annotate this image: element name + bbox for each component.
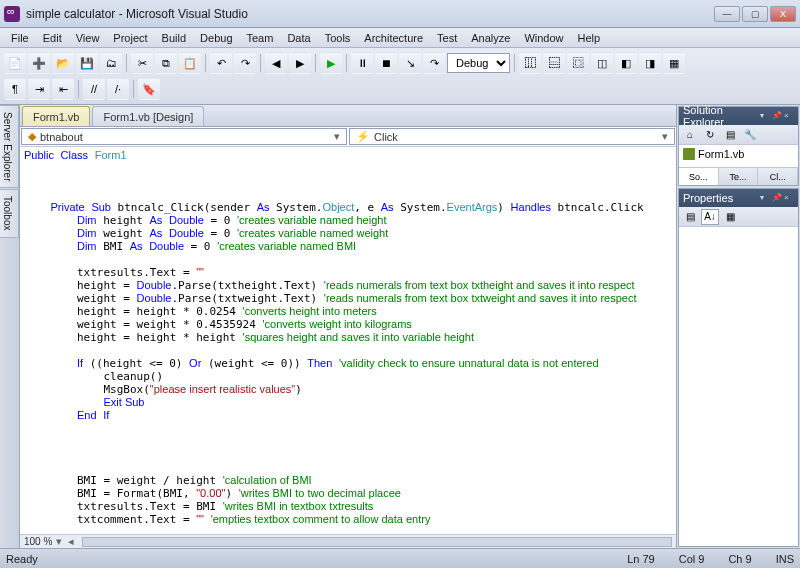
misc-button-2[interactable]: ⿳: [543, 52, 565, 74]
add-item-button[interactable]: ➕: [28, 52, 50, 74]
h-scrollbar[interactable]: [82, 537, 672, 547]
config-combo[interactable]: Debug: [447, 53, 510, 73]
step-over-button[interactable]: ↷: [423, 52, 445, 74]
main-area: Server ExplorerToolbox Form1.vbForm1.vb …: [0, 105, 800, 548]
solution-explorer-header[interactable]: Solution Explorer ▾📌×: [679, 107, 798, 125]
properties-header[interactable]: Properties ▾📌×: [679, 189, 798, 207]
menu-tools[interactable]: Tools: [318, 30, 358, 46]
save-button[interactable]: 💾: [76, 52, 98, 74]
status-bar: Ready Ln 79 Col 9 Ch 9 INS: [0, 548, 800, 568]
side-tab-toolbox[interactable]: Toolbox: [0, 189, 19, 237]
stop-button[interactable]: ⏹: [375, 52, 397, 74]
new-project-button[interactable]: 📄: [4, 52, 26, 74]
menu-team[interactable]: Team: [240, 30, 281, 46]
misc-button-3[interactable]: ⿴: [567, 52, 589, 74]
code-editor[interactable]: Public Class Form1 Private Sub btncalc_C…: [20, 147, 676, 534]
open-button[interactable]: 📂: [52, 52, 74, 74]
show-all-icon[interactable]: ▤: [721, 127, 739, 143]
alpha-sort-icon[interactable]: A↓: [701, 209, 719, 225]
mini-tab[interactable]: Te...: [719, 168, 759, 185]
zoom-level[interactable]: 100 %: [24, 536, 52, 547]
method-combo-text: Click: [374, 131, 398, 143]
menu-architecture[interactable]: Architecture: [357, 30, 430, 46]
window-title: simple calculator - Microsoft Visual Stu…: [26, 7, 248, 21]
pin-icon[interactable]: 📌: [772, 193, 782, 203]
tree-item[interactable]: Form1.vb: [681, 147, 796, 161]
editor-footer: 100 % ▾ ◂: [20, 534, 676, 548]
save-all-button[interactable]: 🗂: [100, 52, 122, 74]
menu-file[interactable]: File: [4, 30, 36, 46]
menu-analyze[interactable]: Analyze: [464, 30, 517, 46]
menu-view[interactable]: View: [69, 30, 107, 46]
solution-toolbar: ⌂ ↻ ▤ 🔧: [679, 125, 798, 145]
uncomment-button[interactable]: /·: [107, 78, 129, 100]
indent-button[interactable]: ⇥: [28, 78, 50, 100]
break-button[interactable]: ⏸: [351, 52, 373, 74]
doc-tab[interactable]: Form1.vb [Design]: [92, 106, 204, 126]
step-into-button[interactable]: ↘: [399, 52, 421, 74]
zoom-chevron-icon[interactable]: ▾: [56, 535, 62, 548]
editor-area: Form1.vbForm1.vb [Design] ◆ btnabout ▾ ⚡…: [20, 105, 676, 548]
redo-button[interactable]: ↷: [234, 52, 256, 74]
solution-explorer-panel: Solution Explorer ▾📌× ⌂ ↻ ▤ 🔧 Form1.vb S…: [678, 106, 799, 186]
minimize-button[interactable]: —: [714, 6, 740, 22]
nav-back-button[interactable]: ◀: [265, 52, 287, 74]
scroll-left-icon[interactable]: ◂: [68, 535, 74, 548]
side-tab-server-explorer[interactable]: Server Explorer: [0, 105, 19, 188]
member-nav-row: ◆ btnabout ▾ ⚡ Click ▾: [20, 127, 676, 147]
doc-tab[interactable]: Form1.vb: [22, 106, 90, 126]
paste-button[interactable]: 📋: [179, 52, 201, 74]
menu-debug[interactable]: Debug: [193, 30, 239, 46]
maximize-button[interactable]: ▢: [742, 6, 768, 22]
dropdown-icon[interactable]: ▾: [760, 193, 770, 203]
method-combo[interactable]: ⚡ Click ▾: [349, 128, 675, 145]
properties-icon[interactable]: 🔧: [741, 127, 759, 143]
misc-button-6[interactable]: ◨: [639, 52, 661, 74]
menu-build[interactable]: Build: [155, 30, 193, 46]
status-ins: INS: [776, 553, 794, 565]
comment-button[interactable]: //: [83, 78, 105, 100]
refresh-icon[interactable]: ↻: [701, 127, 719, 143]
pin-icon[interactable]: 📌: [772, 111, 782, 121]
copy-button[interactable]: ⧉: [155, 52, 177, 74]
toolbar-area: 📄 ➕ 📂 💾 🗂 ✂ ⧉ 📋 ↶ ↷ ◀ ▶ ▶ ⏸ ⏹ ↘ ↷ Debug …: [0, 48, 800, 105]
close-icon[interactable]: ×: [784, 111, 794, 121]
mini-tab[interactable]: So...: [679, 168, 719, 185]
solution-tree[interactable]: Form1.vb: [679, 145, 798, 167]
vs-logo-icon: [4, 6, 20, 22]
home-icon[interactable]: ⌂: [681, 127, 699, 143]
menu-data[interactable]: Data: [280, 30, 317, 46]
para-button[interactable]: ¶: [4, 78, 26, 100]
class-icon: ◆: [28, 130, 36, 143]
undo-button[interactable]: ↶: [210, 52, 232, 74]
misc-button-7[interactable]: ▦: [663, 52, 685, 74]
nav-fwd-button[interactable]: ▶: [289, 52, 311, 74]
close-icon[interactable]: ×: [784, 193, 794, 203]
class-combo[interactable]: ◆ btnabout ▾: [21, 128, 347, 145]
cut-button[interactable]: ✂: [131, 52, 153, 74]
close-button[interactable]: X: [770, 6, 796, 22]
bookmark-button[interactable]: 🔖: [138, 78, 160, 100]
properties-panel: Properties ▾📌× ▤ A↓ ▦: [678, 188, 799, 547]
categorized-icon[interactable]: ▤: [681, 209, 699, 225]
left-tool-strip: Server ExplorerToolbox: [0, 105, 20, 548]
misc-button-1[interactable]: ⿲: [519, 52, 541, 74]
menu-window[interactable]: Window: [517, 30, 570, 46]
dropdown-icon[interactable]: ▾: [760, 111, 770, 121]
properties-grid[interactable]: [679, 227, 798, 546]
mini-tab[interactable]: Cl...: [758, 168, 798, 185]
start-button[interactable]: ▶: [320, 52, 342, 74]
menu-help[interactable]: Help: [571, 30, 608, 46]
prop-pages-icon[interactable]: ▦: [721, 209, 739, 225]
menu-test[interactable]: Test: [430, 30, 464, 46]
right-panels: Solution Explorer ▾📌× ⌂ ↻ ▤ 🔧 Form1.vb S…: [676, 105, 800, 548]
document-tabs: Form1.vbForm1.vb [Design]: [20, 105, 676, 127]
status-ready: Ready: [6, 553, 38, 565]
menu-edit[interactable]: Edit: [36, 30, 69, 46]
tree-item-label: Form1.vb: [698, 148, 744, 160]
code-text[interactable]: Public Class Form1 Private Sub btncalc_C…: [20, 147, 648, 534]
misc-button-5[interactable]: ◧: [615, 52, 637, 74]
misc-button-4[interactable]: ◫: [591, 52, 613, 74]
outdent-button[interactable]: ⇤: [52, 78, 74, 100]
menu-project[interactable]: Project: [106, 30, 154, 46]
